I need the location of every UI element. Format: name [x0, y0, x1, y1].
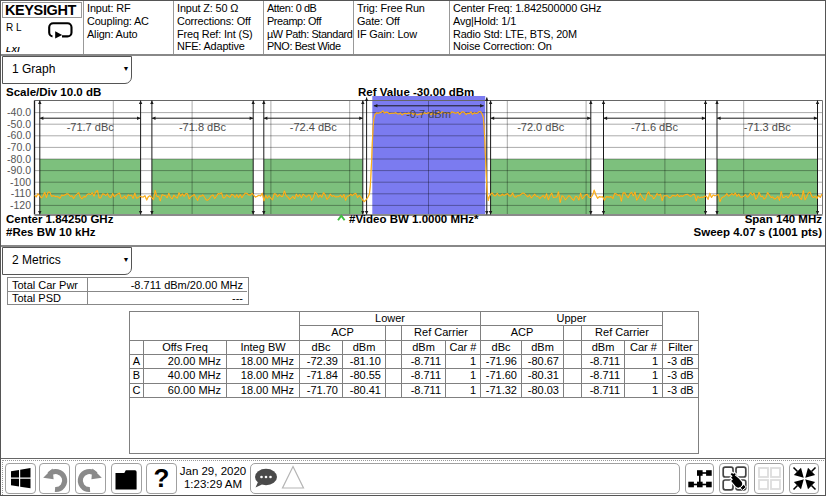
svg-text:-90.0: -90.0	[7, 164, 31, 176]
svg-text:-72.4 dBc: -72.4 dBc	[290, 121, 338, 133]
svg-text:-110: -110	[11, 187, 31, 199]
svg-text:-100: -100	[10, 176, 31, 188]
svg-text:-70.0: -70.0	[7, 141, 31, 153]
svg-text:-71.7 dBc: -71.7 dBc	[67, 121, 115, 133]
svg-text:-71.8 dBc: -71.8 dBc	[179, 121, 227, 133]
svg-text:-40.0: -40.0	[7, 106, 31, 118]
svg-text:-71.6 dBc: -71.6 dBc	[631, 121, 679, 133]
svg-text:-120: -120	[10, 199, 31, 211]
svg-text:-0.7 dBm: -0.7 dBm	[406, 108, 451, 120]
svg-text:-72.0 dBc: -72.0 dBc	[517, 121, 565, 133]
svg-text:-71.3 dBc: -71.3 dBc	[744, 121, 792, 133]
svg-text:-60.0: -60.0	[7, 129, 31, 141]
svg-text:-50.0: -50.0	[7, 118, 31, 130]
svg-text:-80.0: -80.0	[7, 153, 31, 165]
